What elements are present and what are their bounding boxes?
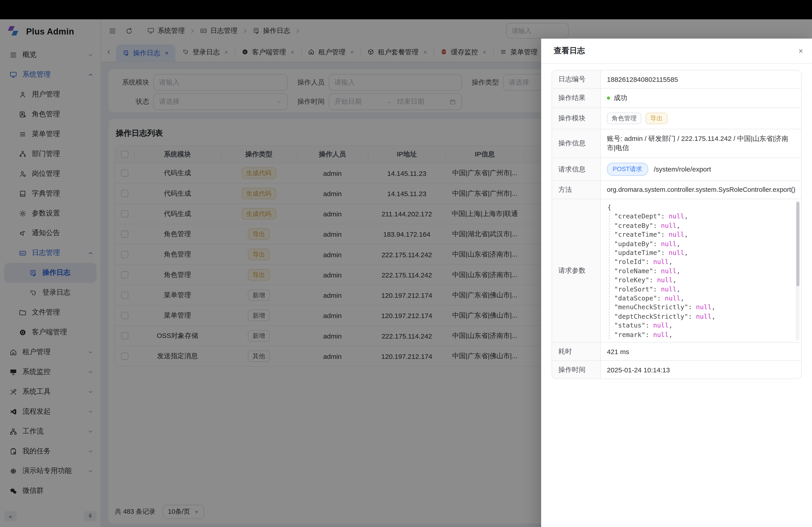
result-value: 成功 <box>614 93 627 103</box>
detail-label: 耗时 <box>552 343 601 360</box>
detail-label: 操作结果 <box>552 89 601 107</box>
log-id-value: 1882612840802115585 <box>601 70 801 88</box>
detail-label: 操作模块 <box>552 108 601 129</box>
operation-info-value: 账号: admin / 研发部门 / 222.175.114.242 / 中国|… <box>601 130 801 157</box>
window-top-bar <box>0 0 812 19</box>
method-value: org.dromara.system.controller.system.Sys… <box>601 181 802 199</box>
drawer-title: 查看日志 <box>554 46 585 56</box>
drawer-header: 查看日志 × <box>541 39 812 63</box>
request-path-value: /system/role/export <box>654 165 711 173</box>
view-log-drawer: 查看日志 × 日志编号 1882612840802115585 操作结果 成功 … <box>541 39 812 527</box>
detail-label: 操作时间 <box>552 361 601 379</box>
detail-label: 请求参数 <box>552 199 601 342</box>
app: Plus Admin 概览 系统管理 <box>0 19 812 527</box>
json-code: {"createDept": null,"createBy": null,"cr… <box>607 203 794 339</box>
duration-value: 421 ms <box>601 343 801 360</box>
indent-guide <box>609 213 609 339</box>
operation-time-value: 2025-01-24 10:14:13 <box>601 361 801 379</box>
success-dot <box>607 96 610 100</box>
drawer-close-icon[interactable]: × <box>798 47 803 55</box>
detail-label: 请求信息 <box>552 158 601 180</box>
code-scrollbar-thumb[interactable] <box>796 202 799 286</box>
module-badge: 角色管理 <box>607 113 641 124</box>
operation-type-badge: 导出 <box>646 113 667 124</box>
log-detail-table: 日志编号 1882612840802115585 操作结果 成功 操作模块 角色… <box>551 70 801 379</box>
request-params-code: {"createDept": null,"createBy": null,"cr… <box>601 199 801 342</box>
screen: Plus Admin 概览 系统管理 <box>0 0 812 527</box>
post-method-badge: POST请求 <box>607 163 648 176</box>
detail-label: 方法 <box>552 181 601 199</box>
code-scrollbar-track <box>796 201 799 341</box>
detail-label: 日志编号 <box>552 70 601 88</box>
detail-label: 操作信息 <box>552 130 601 157</box>
